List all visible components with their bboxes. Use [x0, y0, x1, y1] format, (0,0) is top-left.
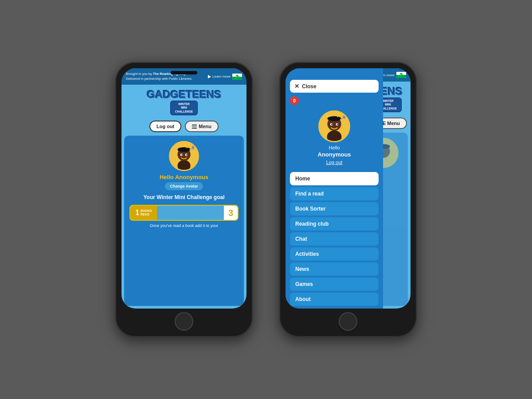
once-text: Once you've read a book add it to your — [150, 223, 218, 228]
phone-1-notch — [171, 71, 197, 74]
user-name: Anonymous — [317, 151, 351, 158]
svg-rect-20 — [329, 117, 340, 119]
wales-flag: 🐉 — [232, 74, 242, 80]
phone-home-button[interactable] — [175, 312, 193, 331]
user-avatar-image — [320, 112, 349, 141]
nav-item-chat[interactable]: Chat — [290, 232, 379, 246]
nav-item-about[interactable]: About — [290, 293, 379, 306]
books-read-section: 1 BOOKSREAD — [130, 206, 157, 220]
svg-point-26 — [337, 124, 338, 125]
notification-badge: 0 — [290, 96, 299, 105]
challenge-title: Your Winter Mini Challenge goal — [143, 194, 224, 201]
nav-item-games[interactable]: Games — [290, 278, 379, 291]
svg-rect-12 — [192, 146, 194, 149]
books-read-number: 1 — [135, 209, 139, 217]
svg-rect-4 — [179, 148, 189, 150]
avatar — [169, 141, 199, 171]
nav-item-reading-club[interactable]: Reading club — [290, 217, 379, 231]
close-x-icon: ✕ — [294, 83, 299, 90]
phone-2: hidden Learn more 🐉 EENS WINTERMI — [279, 62, 417, 337]
overlay-top-spacer — [286, 68, 383, 74]
books-read-left: 1 BOOKSREAD — [135, 209, 152, 217]
user-avatar — [318, 110, 350, 142]
action-row: Log out Menu — [121, 117, 246, 136]
phone2-wales-flag: 🐉 — [396, 72, 406, 78]
banner-right: Learn more 🐉 — [208, 74, 242, 80]
learn-more-button[interactable]: Learn more — [208, 74, 231, 78]
change-avatar-button[interactable]: Change Avatar — [165, 182, 203, 190]
menu-overlay: ✕ Close 0 — [286, 68, 383, 309]
close-label: Close — [302, 83, 317, 90]
hamburger-icon — [192, 125, 197, 129]
phone-2-home-button[interactable] — [339, 312, 357, 331]
progress-fill — [157, 206, 224, 220]
user-logout-link[interactable]: Log out — [326, 160, 343, 165]
nav-item-activities[interactable]: Activities — [290, 247, 379, 261]
play-icon — [208, 75, 211, 78]
nav-item-news[interactable]: News — [290, 262, 379, 276]
user-card: Hello Anonymous Log out — [286, 107, 383, 168]
close-menu-bar[interactable]: ✕ Close — [290, 80, 379, 93]
goal-number: 3 — [224, 208, 238, 218]
logo-area: GADGETEENS WINTER MINI CHALLENGE — [121, 85, 246, 117]
books-read-label: BOOKSREAD — [141, 209, 152, 216]
svg-point-6 — [188, 145, 190, 148]
phone2-wales-dragon-icon: 🐉 — [399, 73, 404, 77]
logout-button[interactable]: Log out — [149, 121, 181, 132]
svg-rect-28 — [343, 115, 345, 118]
svg-point-10 — [186, 154, 188, 156]
phone-1-screen: Brought to you by The Reading Agency. De… — [121, 68, 246, 309]
nav-item-book-sorter[interactable]: Book Sorter — [290, 202, 379, 215]
user-greeting: Hello — [329, 145, 340, 150]
nav-list: Home Find a read Book Sorter Reading clu… — [286, 172, 383, 309]
menu-button[interactable]: Menu — [185, 121, 219, 132]
wales-dragon-icon: 🐉 — [235, 74, 240, 79]
main-content-card: Hello Anonymous Change Avatar Your Winte… — [124, 136, 244, 306]
phone-2-screen: hidden Learn more 🐉 EENS WINTERMI — [286, 68, 411, 309]
nav-item-home[interactable]: Home — [290, 172, 379, 185]
phone-1: Brought to you by The Reading Agency. De… — [115, 62, 253, 337]
svg-point-25 — [331, 124, 332, 125]
progress-bar: 1 BOOKSREAD 3 — [129, 205, 239, 221]
svg-point-22 — [339, 114, 341, 117]
svg-point-9 — [181, 154, 183, 156]
gadgeteens-logo: GADGETEENS WINTER MINI CHALLENGE — [147, 88, 221, 115]
nav-item-find-read[interactable]: Find a read — [290, 187, 379, 200]
winter-badge: WINTER MINI CHALLENGE — [170, 101, 198, 115]
logo-title: GADGETEENS — [147, 88, 221, 101]
hello-text: Hello Anonymous — [160, 174, 208, 180]
avatar-image — [170, 142, 198, 170]
